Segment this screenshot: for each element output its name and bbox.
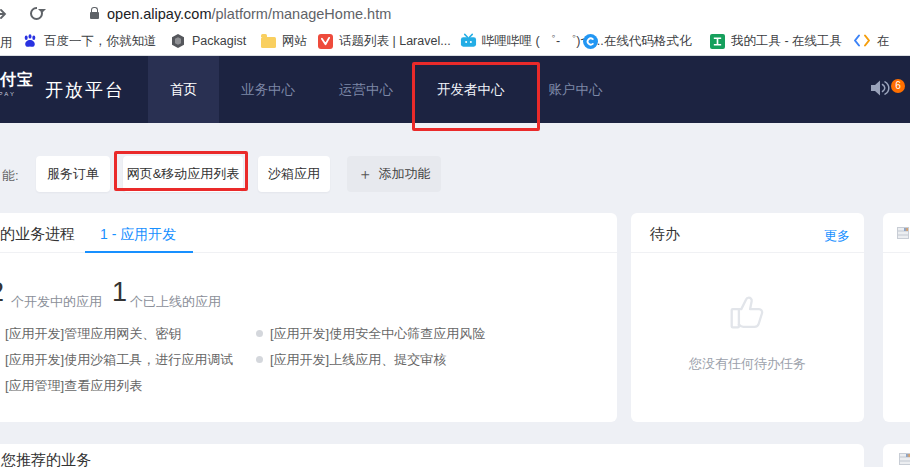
stat-online-count: 1 — [112, 277, 127, 308]
screen: open.alipay.com/platform/manageHome.htm … — [0, 0, 910, 467]
brand-title: 开放平台 — [45, 56, 125, 123]
plus-icon: ＋ — [358, 165, 373, 184]
url-path: /platform/manageHome.htm — [212, 6, 392, 22]
bookmark-label: 网站 — [282, 33, 307, 50]
url-text[interactable]: open.alipay.com/platform/manageHome.htm — [107, 6, 391, 22]
nav-item-business-center[interactable]: 业务中心 — [219, 56, 317, 123]
nav-menu: 首页 业务中心 运营中心 开发者中心 账户中心 — [148, 56, 625, 123]
lock-icon — [90, 12, 99, 19]
stat-developing-count: 2 — [0, 277, 4, 308]
task-item: [应用开发]使用安全中心筛查应用风险 — [270, 325, 485, 343]
quick-actions-label: 能: — [2, 167, 19, 185]
recommended-business-title: 您推荐的业务 — [1, 451, 91, 467]
nav-item-operation-center[interactable]: 运营中心 — [317, 56, 415, 123]
topics-icon — [318, 34, 333, 49]
right-partial-card — [883, 213, 910, 422]
more-link[interactable]: 更多 — [824, 227, 850, 245]
broken-image-icon — [899, 453, 910, 465]
alipay-logo[interactable]: 支付宝 ALIPAY — [0, 72, 34, 97]
bookmark-label: 话题列表 | Laravel... — [339, 33, 451, 50]
alipay-logo-cn: 支付宝 — [0, 72, 34, 88]
todo-card: 待办 更多 您没有任何待办任务 — [631, 213, 864, 422]
bilibili-icon — [460, 33, 476, 49]
bookmark-label: 在 — [877, 33, 890, 50]
bookmark-partial[interactable]: 用 — [0, 35, 13, 52]
notification-area[interactable]: 6 — [870, 56, 904, 123]
card-header: 待办 更多 — [631, 213, 864, 253]
stat-online-label: 个已上线的应用 — [130, 293, 221, 311]
thumbs-up-icon — [725, 287, 771, 341]
bookmark-code-format[interactable]: 在线代码格式化 — [583, 32, 692, 50]
bookmark-topics[interactable]: 话题列表 | Laravel... — [318, 32, 451, 50]
stat-developing-label: 个开发中的应用 — [11, 293, 102, 311]
tab-app-development[interactable]: 1 - 应用开发 — [100, 226, 176, 244]
task-item: [应用开发]管理应用网关、密钥 — [5, 325, 181, 343]
highlight-box-app-list — [114, 151, 248, 191]
forward-arrow-icon[interactable] — [0, 6, 9, 26]
sandbox-app-button[interactable]: 沙箱应用 — [258, 156, 330, 192]
nav-item-home[interactable]: 首页 — [148, 56, 219, 123]
task-item: [应用管理]查看应用列表 — [5, 377, 142, 395]
bookmark-label: 百度一下，你就知道 — [44, 33, 157, 50]
browser-chrome: open.alipay.com/platform/manageHome.htm … — [0, 0, 910, 56]
bookmark-label: 在线代码格式化 — [604, 33, 692, 50]
baidu-paw-icon — [22, 33, 38, 49]
alipay-logo-en: ALIPAY — [0, 91, 34, 97]
add-function-button[interactable]: ＋ 添加功能 — [347, 156, 441, 192]
url-domain: open.alipay.com — [107, 6, 212, 22]
bookmark-tools[interactable]: 我的工具 - 在线工具 — [710, 32, 842, 50]
business-progress-card: 的业务进程 1 - 应用开发 2 个开发中的应用 1 个已上线的应用 [应用开发… — [0, 213, 617, 422]
bullet-dot — [256, 330, 263, 337]
bullet-dot — [256, 356, 263, 363]
bookmark-site[interactable]: 网站 — [261, 32, 307, 50]
card-header: 的业务进程 1 - 应用开发 — [0, 213, 617, 253]
bookmark-baidu[interactable]: 百度一下，你就知道 — [22, 32, 157, 50]
speaker-icon[interactable] — [870, 80, 890, 100]
recommended-business-card: 您推荐的业务 — [0, 444, 864, 467]
progress-card-title: 的业务进程 — [0, 225, 75, 244]
bookmark-code[interactable]: 在 — [853, 32, 890, 50]
broken-image-icon — [897, 227, 909, 239]
bookmark-packagist[interactable]: Packagist — [170, 32, 246, 50]
packagist-icon — [170, 33, 186, 49]
code-brackets-icon — [853, 33, 871, 49]
address-bar[interactable]: open.alipay.com/platform/manageHome.htm — [0, 0, 910, 28]
highlight-box-developer-center — [412, 62, 540, 131]
reload-icon[interactable] — [30, 7, 43, 20]
task-item: [应用开发]使用沙箱工具，进行应用调试 — [5, 351, 233, 369]
bookmark-label: 我的工具 - 在线工具 — [731, 33, 842, 50]
code-format-icon — [583, 34, 598, 49]
bookmark-label: Packagist — [192, 34, 246, 48]
notification-badge[interactable]: 6 — [891, 79, 905, 93]
tools-icon — [710, 34, 725, 49]
tab-active-underline — [85, 251, 193, 253]
todo-empty-text: 您没有任何待办任务 — [631, 355, 864, 373]
add-function-label: 添加功能 — [379, 165, 431, 183]
service-orders-button[interactable]: 服务订单 — [36, 156, 110, 192]
todo-card-title: 待办 — [650, 225, 680, 244]
bottom-right-partial-card — [883, 444, 910, 467]
folder-icon — [261, 37, 276, 48]
task-item: [应用开发]上线应用、提交审核 — [270, 351, 446, 369]
nav-item-account-center[interactable]: 账户中心 — [527, 56, 625, 123]
